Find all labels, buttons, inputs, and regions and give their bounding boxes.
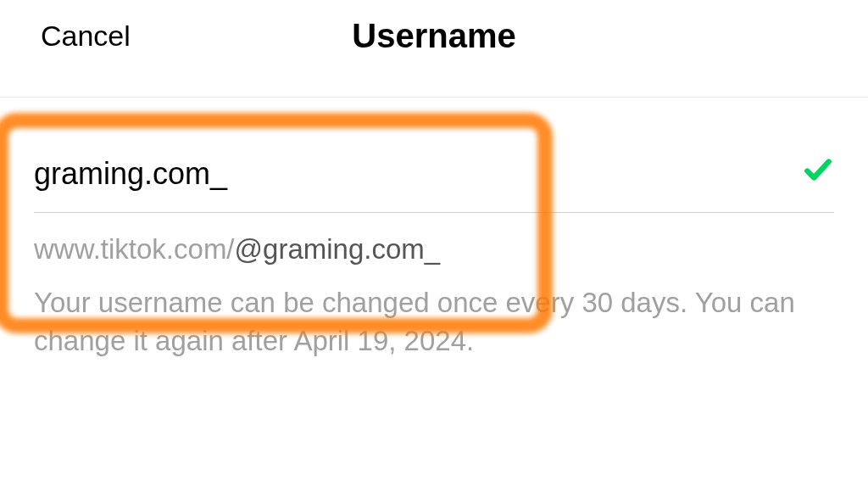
url-handle: @graming.com_ (235, 233, 441, 265)
content-area: www.tiktok.com/@graming.com_ Your userna… (0, 130, 868, 360)
cancel-button[interactable]: Cancel (41, 20, 131, 53)
username-policy-text: Your username can be changed once every … (34, 274, 814, 360)
page-title: Username (352, 17, 515, 55)
checkmark-icon (802, 154, 834, 193)
header-divider (0, 97, 868, 98)
username-input[interactable] (34, 156, 674, 192)
header-bar: Cancel Username (0, 0, 868, 71)
username-input-row (34, 130, 834, 212)
profile-url-display: www.tiktok.com/@graming.com_ (34, 213, 834, 274)
url-prefix: www.tiktok.com/ (34, 233, 235, 265)
